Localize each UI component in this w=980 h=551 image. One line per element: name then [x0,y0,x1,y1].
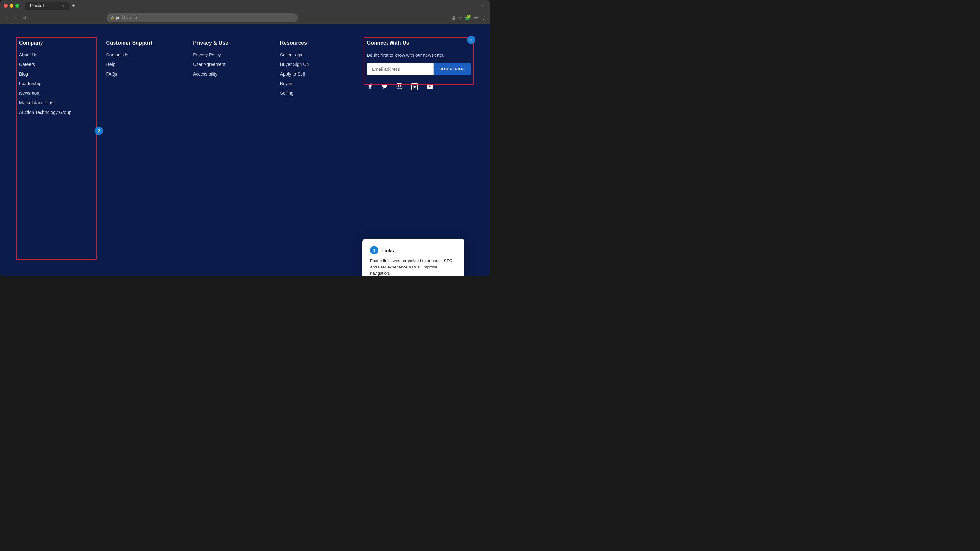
linkedin-icon[interactable]: in [411,83,418,90]
email-input[interactable] [367,63,434,75]
close-button[interactable] [4,4,8,8]
forward-button[interactable]: › [13,15,19,21]
link-faqs[interactable]: FAQs [106,71,181,76]
link-privacy-policy[interactable]: Privacy Policy [193,52,267,57]
link-newsroom[interactable]: Newsroom [19,91,94,96]
link-about-us[interactable]: About Us [19,52,94,57]
footer: Company About Us Careers Blog Leadership… [0,24,490,275]
link-accessibility[interactable]: Accessibility [193,71,267,76]
tooltip-item-1: 1 Links Footer links were organized to e… [370,246,457,275]
linkedin-box: in [411,83,418,90]
footer-col-connect: Connect With Us Be the first to know wit… [367,40,471,256]
new-tab-button[interactable]: + [70,3,78,9]
link-careers[interactable]: Careers [19,62,94,67]
tab-close-icon[interactable]: ✕ [62,4,64,8]
link-selling[interactable]: Selling [280,91,355,96]
sidebar-button[interactable]: ▭ [474,15,479,21]
link-contact-us[interactable]: Contact Us [106,52,181,57]
address-bar[interactable]: 🔒 proxibid.com [107,13,298,22]
link-seller-login[interactable]: Seller Login [280,52,355,57]
traffic-lights [4,4,19,8]
facebook-icon[interactable] [367,83,373,91]
browser-window: Proxibid ✕ + › ‹ › ↺ 🔒 proxibid.com ⎙ ☆ … [0,0,490,275]
link-marketplace-trust[interactable]: Marketplace Trust [19,100,94,105]
tab-title: Proxibid [30,3,44,8]
company-highlight-box [16,37,97,260]
badge-2: 2 [95,127,103,135]
youtube-icon[interactable] [426,83,433,91]
newsletter-form: SUBSCRIBE [367,63,471,75]
link-buying[interactable]: Buying [280,81,355,86]
link-buyer-signup[interactable]: Buyer Sign Up [280,62,355,67]
page-content: Company About Us Careers Blog Leadership… [0,24,490,275]
reload-button[interactable]: ↺ [22,15,28,21]
link-blog[interactable]: Blog [19,71,94,76]
newsletter-desc: Be the first to know with our newsletter… [367,52,471,59]
tooltip-badge-1: 1 [370,246,379,254]
privacy-title: Privacy & Use [193,40,267,46]
tooltip-body-1: Footer links were organized to enhance S… [370,258,457,275]
active-tab[interactable]: Proxibid ✕ [25,2,70,10]
footer-col-company: Company About Us Careers Blog Leadership… [19,40,94,256]
link-apply-to-sell[interactable]: Apply to Sell [280,71,355,76]
tooltip-title-1: Links [382,248,394,253]
browser-toolbar: ‹ › ↺ 🔒 proxibid.com ⎙ ☆ 🧩 ▭ ⋮ [0,11,490,24]
footer-col-privacy: Privacy & Use Privacy Policy User Agreem… [193,40,267,256]
share-button[interactable]: ⎙ [452,15,455,21]
link-user-agreement[interactable]: User Agreement [193,62,267,67]
footer-col-support: Customer Support Contact Us Help FAQs [106,40,181,256]
toolbar-actions: ⎙ ☆ 🧩 ▭ ⋮ [452,15,486,21]
menu-button[interactable]: ⋮ [481,15,486,21]
subscribe-button[interactable]: SUBSCRIBE [434,63,471,75]
titlebar: Proxibid ✕ + › [0,0,490,11]
link-leadership[interactable]: Leadership [19,81,94,86]
bookmark-button[interactable]: ☆ [458,15,462,21]
support-title: Customer Support [106,40,181,46]
url-text: proxibid.com [116,16,138,20]
twitter-icon[interactable] [382,83,388,91]
instagram-icon[interactable] [396,83,402,91]
tab-bar: Proxibid ✕ + [25,2,479,10]
back-button[interactable]: ‹ [4,15,10,21]
resources-title: Resources [280,40,355,46]
social-icons: in [367,83,471,91]
footer-col-resources: Resources Seller Login Buyer Sign Up App… [280,40,355,256]
tooltip-header-1: 1 Links [370,246,457,254]
link-help[interactable]: Help [106,62,181,67]
window-controls: › [482,3,486,8]
extensions-button[interactable]: 🧩 [465,15,471,21]
connect-title: Connect With Us [367,40,471,46]
minimize-button[interactable] [10,4,13,8]
maximize-button[interactable] [15,4,19,8]
badge-1: 1 [467,36,475,44]
company-title: Company [19,40,94,46]
link-auction-technology[interactable]: Auction Technology Group [19,110,94,115]
lock-icon: 🔒 [110,16,114,19]
svg-rect-0 [397,83,402,89]
tooltip-card: 1 Links Footer links were organized to e… [363,238,465,275]
